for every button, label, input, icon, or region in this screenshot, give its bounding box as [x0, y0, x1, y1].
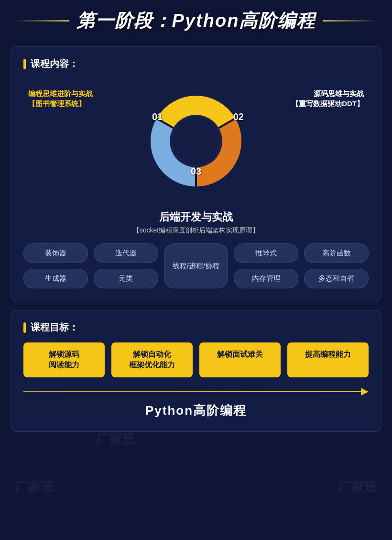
goal-programming: 提高编程能力 [287, 342, 369, 377]
segment-02-label: 02 [233, 111, 244, 122]
timeline-label: Python高阶编程 [23, 402, 369, 419]
tags-grid: 装饰器 迭代器 线程/进程/协程 推导式 高阶函数 生成器 元类 内存管理 多态… [23, 243, 369, 288]
tag-memory: 内存管理 [234, 269, 298, 288]
tag-generator: 生成器 [23, 269, 88, 288]
section-label-text: 课程内容： [31, 57, 78, 70]
goal-source-reading: 解锁源码阅读能力 [23, 342, 105, 377]
goal-interview: 解锁面试难关 [199, 342, 281, 377]
timeline-bar [23, 388, 369, 396]
tag-metaclass: 元类 [94, 269, 158, 288]
watermark-10: 厂家班 [338, 478, 378, 496]
tag-decorator: 装饰器 [23, 243, 88, 263]
course-content-card: 课程内容： 编程思维进阶与实战 【图书管理系统】 [11, 46, 381, 301]
bottom-main-text: 后端开发与实战 [23, 210, 369, 224]
course-goals-card: 课程目标： 解锁源码阅读能力 解锁自动化框架优化能力 解锁面试难关 提高编程能力… [11, 310, 381, 432]
chart-area: 编程思维进阶与实战 【图书管理系统】 [23, 79, 369, 203]
tag-comprehension: 推导式 [234, 243, 298, 263]
segment-03-label: 03 [191, 166, 201, 177]
tag-higher-order: 高阶函数 [304, 243, 369, 263]
goal-automation: 解锁自动化框架优化能力 [111, 342, 193, 377]
segment-01-label: 01 [152, 111, 163, 122]
tag-polymorphism: 多态和自省 [304, 269, 369, 288]
label-bar-2 [23, 322, 26, 333]
page-title: 第一阶段：Python高阶编程 [76, 9, 316, 33]
bottom-label: 后端开发与实战 【socket编程深度剖析后端架构实现原理】 [23, 210, 369, 235]
right-label: 源码思维与实战 【重写数据驱动DDT】 [292, 88, 364, 109]
label-bar [23, 59, 26, 69]
header-line-right [323, 20, 378, 22]
donut-svg [134, 79, 258, 203]
timeline-arrow-icon [361, 388, 369, 396]
left-label: 编程思维进阶与实战 【图书管理系统】 [28, 88, 93, 109]
page-header: 第一阶段：Python高阶编程 [0, 0, 392, 38]
timeline-line [23, 391, 361, 392]
tag-iterator: 迭代器 [94, 243, 158, 263]
bottom-sub-text: 【socket编程深度剖析后端架构实现原理】 [23, 226, 369, 235]
header-line-left [14, 20, 69, 22]
section-label-content: 课程内容： [23, 57, 369, 70]
watermark-9: 厂家班 [14, 478, 54, 496]
section-label-goals-text: 课程目标： [31, 321, 78, 334]
goals-grid: 解锁源码阅读能力 解锁自动化框架优化能力 解锁面试难关 提高编程能力 [23, 342, 369, 377]
tag-thread: 线程/进程/协程 [164, 243, 229, 288]
watermark-8: 厂家班 [96, 430, 136, 449]
svg-point-1 [172, 117, 220, 165]
section-label-goals: 课程目标： [23, 321, 369, 334]
donut-chart: 01 02 03 [134, 79, 258, 203]
